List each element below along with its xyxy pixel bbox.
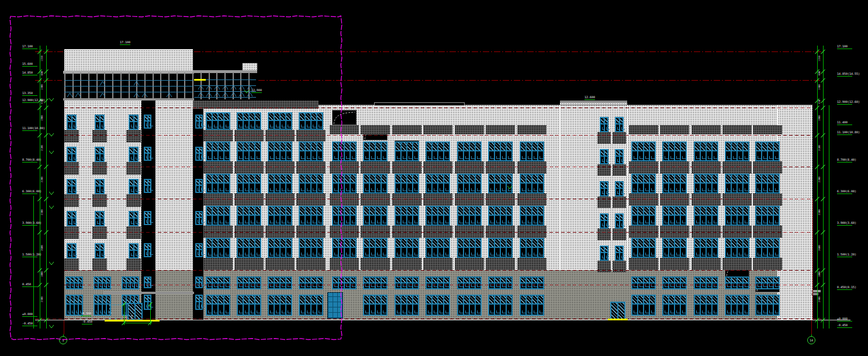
window-pane <box>644 278 649 282</box>
window-pane <box>213 284 217 288</box>
window-pane <box>250 278 254 282</box>
window-pane <box>774 284 779 288</box>
window-pane <box>713 284 717 288</box>
window-pane <box>351 216 355 224</box>
window-pane <box>269 305 274 314</box>
window-pane <box>312 151 316 160</box>
window-pane <box>433 278 437 282</box>
window-pane <box>521 278 525 282</box>
window-pane <box>495 151 500 160</box>
window <box>332 276 357 289</box>
window-pane <box>339 239 344 247</box>
yellow-highlight <box>608 319 628 320</box>
window-pane <box>650 151 655 160</box>
window-pane <box>238 305 243 314</box>
window-pane <box>275 151 279 160</box>
window-pane <box>224 216 229 224</box>
door-leaf <box>136 304 141 319</box>
window-pane <box>300 278 305 282</box>
window-pane <box>616 247 619 252</box>
window-pane <box>207 175 212 182</box>
spandrel <box>330 258 359 270</box>
window-pane <box>286 305 291 314</box>
window-pane <box>196 302 199 309</box>
window-pane <box>402 151 406 160</box>
window <box>725 238 749 258</box>
window-pane <box>495 216 500 224</box>
window-pane <box>738 143 742 150</box>
window-pane <box>669 239 674 247</box>
spandrel <box>234 130 264 141</box>
window-pane <box>286 121 291 129</box>
window <box>299 295 323 316</box>
spandrel <box>597 196 611 208</box>
window-pane <box>413 151 418 160</box>
dimension-text: 1000 <box>818 271 821 277</box>
window-pane <box>413 184 418 192</box>
window-pane <box>131 284 134 288</box>
spandrel <box>423 125 452 134</box>
level-marker-icon <box>839 77 845 80</box>
window-pane <box>130 219 133 225</box>
level-marker-icon <box>25 67 30 70</box>
window-pane <box>95 284 98 288</box>
window-pane <box>196 122 199 127</box>
window-pane <box>224 184 229 192</box>
window-pane <box>244 305 248 314</box>
window-pane <box>402 175 406 182</box>
window-pane <box>695 143 700 150</box>
window-pane <box>644 239 649 247</box>
window-pane <box>464 151 469 160</box>
narrow-window <box>600 181 608 196</box>
window <box>488 141 513 161</box>
spandrel <box>330 193 359 206</box>
spandrel <box>613 132 626 144</box>
window <box>631 295 656 316</box>
window-pane <box>72 212 76 217</box>
window-pane <box>413 278 418 282</box>
window-pane <box>238 284 243 288</box>
window-pane <box>532 305 537 314</box>
window-pane <box>427 184 431 192</box>
spandrel <box>234 193 264 206</box>
window-pane <box>726 296 731 303</box>
window-pane <box>743 216 748 224</box>
window-pane <box>521 296 525 303</box>
window-pane <box>402 248 406 257</box>
window-pane <box>701 305 706 314</box>
window-pane <box>300 207 305 215</box>
window-pane <box>695 278 700 282</box>
window-pane <box>663 278 668 282</box>
window-pane <box>396 239 400 247</box>
window-pane <box>281 278 285 282</box>
window-pane <box>476 305 480 314</box>
window-pane <box>458 278 463 282</box>
window-pane <box>413 248 418 257</box>
level-text: 17.100 <box>837 44 848 48</box>
window-pane <box>756 305 761 314</box>
window-pane <box>286 216 291 224</box>
window-pane <box>68 122 71 129</box>
window-pane <box>743 239 748 247</box>
window-pane <box>681 184 686 192</box>
window-pane <box>464 239 469 247</box>
brace-triangle-icon <box>222 85 229 90</box>
window-pane <box>103 278 106 282</box>
window-pane <box>68 219 71 225</box>
window-pane <box>103 305 106 314</box>
window-pane <box>135 278 138 282</box>
window-pane <box>364 248 369 257</box>
window-pane <box>601 247 604 252</box>
window-pane <box>738 248 742 257</box>
window-pane <box>527 284 531 288</box>
window-pane <box>438 278 443 282</box>
window-pane <box>644 143 649 150</box>
window <box>94 276 111 289</box>
window-pane <box>470 216 475 224</box>
window-pane <box>196 250 199 256</box>
window-pane <box>333 175 338 182</box>
window-pane <box>250 151 254 160</box>
window-pane <box>250 296 254 303</box>
window-pane <box>464 216 469 224</box>
window-pane <box>382 239 386 247</box>
